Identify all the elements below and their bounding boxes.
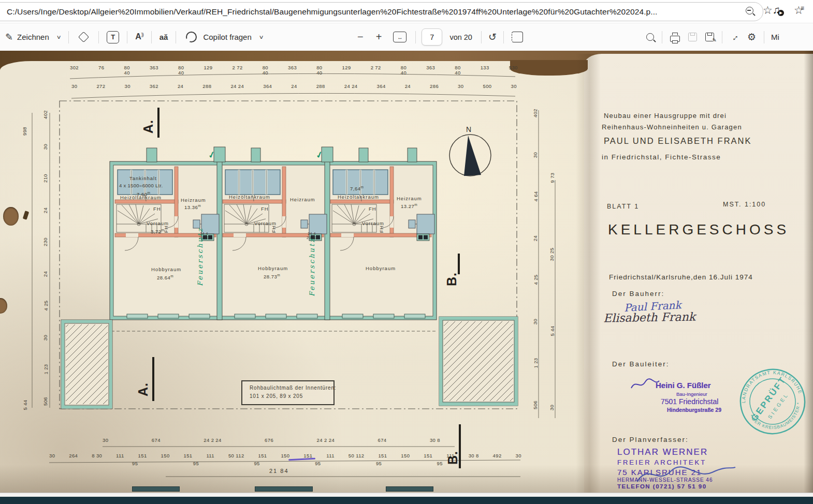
save-as-pencil-icon: ✎: [713, 37, 717, 43]
dim-chain-right-outer: 9 7330 255 4430: [548, 175, 556, 410]
screen: C:/Users/Inge/Desktop/Allgeier%20Immobil…: [0, 0, 813, 504]
copilot-chevron-icon[interactable]: ∨: [258, 34, 264, 40]
owners-line: PAUL UND ELISABETH FRANK: [604, 136, 751, 146]
section-b-bottom: B.: [445, 451, 460, 465]
fh-label-3a: FH: [369, 206, 376, 212]
room-label-tank-2: Heizöltankraum: [229, 195, 270, 200]
dim-chain-bottom-1: 3067424 2 2467624 2 2467430 8: [103, 438, 440, 443]
werner-name: LOTHAR WERNER: [617, 447, 708, 457]
project-line-1: Neubau einer Hausgruppe mit drei: [604, 112, 727, 120]
fh-label-2a: FH: [261, 206, 269, 212]
room-area-hobby-2: 28.73m: [264, 273, 280, 280]
dim-chain-top-1: 3027680 4036380 401292 7280 4036380 4012…: [70, 65, 518, 76]
room-label-heiz-1: Heizraum: [181, 198, 206, 203]
more-menu-label[interactable]: Mi: [768, 33, 779, 41]
planverfasser-label: Der Planverfasser:: [612, 436, 689, 443]
dim-chain-left-outer: 9985 44: [21, 128, 29, 408]
room-area-heiz-1: 13.36m: [184, 204, 201, 211]
room-label-heiz-2: Heizraum: [290, 197, 315, 203]
copilot-button[interactable]: Copilot fragen: [203, 33, 251, 41]
dim-chain-left-inner: 4023021024230244 25301 23506: [41, 112, 50, 404]
url-input[interactable]: C:/Users/Inge/Desktop/Allgeier%20Immobil…: [0, 2, 763, 21]
north-label: N: [466, 125, 472, 134]
zoom-in-icon[interactable]: +: [370, 31, 388, 43]
location-line: in Friedrichstal, Fichte-Strasse: [602, 153, 721, 161]
bauherr-label: Der Bauherr:: [612, 290, 664, 298]
read-aloud-icon[interactable]: A)): [135, 32, 143, 41]
tank-area-3: 7,64m: [350, 185, 364, 192]
tank-content-value: 4 x 1500=6000 Ltr.: [119, 183, 163, 189]
dim-chain-top-2: 30272303622428824 243642428824 243642428…: [71, 84, 517, 89]
scale-label: MST. 1:100: [723, 201, 766, 208]
eraser-icon[interactable]: [78, 32, 89, 42]
sheet-label: BLATT 1: [607, 203, 639, 210]
copilot-icon[interactable]: [186, 32, 197, 42]
fh-label-1a: FH: [153, 206, 161, 212]
favorite-star-icon[interactable]: ☆: [763, 5, 773, 16]
text-box-tool-icon[interactable]: T: [107, 31, 119, 43]
draw-button[interactable]: Zeichnen: [17, 33, 49, 41]
door-note-line1: Rohbaulichtmaß der Innentüren:: [250, 385, 336, 391]
photo-shadow-right: [804, 51, 813, 493]
room-label-hobby-2: Hobbyraum: [258, 266, 288, 272]
search-document-icon[interactable]: [646, 33, 654, 41]
save-as-icon[interactable]: ✎: [705, 33, 714, 41]
photo-shadow-bottom: [0, 465, 813, 493]
room-area-heiz-3: 13.27m: [401, 203, 417, 210]
project-line-2: Reihenhaus-Wohneinheiten u. Garagen: [602, 123, 742, 131]
section-b-mid: B.: [444, 272, 459, 286]
url-text[interactable]: C:/Users/Inge/Desktop/Allgeier%20Immobil…: [0, 7, 658, 17]
room-label-vor-1: Vorraum: [147, 221, 169, 227]
room-label-vor-3: Vorraum: [362, 221, 384, 227]
page-number-input[interactable]: 7: [422, 28, 442, 46]
fussler-city: 7501 Friedrichstal: [661, 397, 718, 406]
media-playing-icon[interactable]: ♫▶: [773, 4, 780, 16]
zoom-out-icon[interactable]: −: [351, 31, 370, 43]
settings-gear-icon[interactable]: ⚙: [743, 31, 760, 43]
play-badge-icon: ▶: [778, 10, 784, 16]
fit-width-arrows: ↔: [397, 34, 403, 40]
section-a-top: A.: [141, 120, 156, 134]
room-label-hobby-1: Hobbyraum: [151, 267, 181, 273]
drawing-title: KELLERGESCHOSS: [608, 221, 789, 238]
fire-note-1: Feuerschutz: [197, 227, 205, 286]
fussler-name: Heini G. Füßler: [656, 381, 711, 390]
read-aloud-letter: A: [135, 33, 141, 41]
page-count-label: von 20: [444, 33, 477, 41]
zoom-out-page-icon[interactable]: [746, 7, 753, 14]
draw-chevron-icon[interactable]: ∨: [56, 34, 61, 40]
section-a-bottom: A.: [136, 382, 151, 396]
room-label-tank-3: Heizöltankraum: [338, 195, 379, 200]
pdf-toolbar: ✎ Zeichnen ∨ T A)) aă Copilot fragen ∨ −…: [0, 23, 813, 51]
translate-icon[interactable]: aă: [159, 33, 168, 41]
signature-elisabeth-frank: Elisabeth Frank: [603, 310, 695, 324]
room-label-tank-1: Heizöltankraum: [120, 195, 162, 201]
pdf-page-photo: 3027680 4036380 401292 7280 4036380 4012…: [0, 51, 813, 493]
date-line: Friedrichstal/Karlsruhe,den 16.Juli 1974: [609, 273, 753, 281]
room-label-vor-2: Vorraum: [254, 221, 277, 227]
taskbar-edge: [0, 497, 813, 504]
fit-width-icon[interactable]: ↔: [393, 32, 406, 42]
page-view-icon[interactable]: [512, 32, 523, 42]
tank-content-label: Tankinhalt: [129, 176, 157, 182]
fussler-role: Bau-Ingenieur: [676, 391, 707, 397]
save-icon-disabled[interactable]: [688, 33, 697, 41]
rotate-icon[interactable]: ↺: [485, 31, 500, 43]
dim-chain-right-inner: 402304 64244 25301 23506: [531, 110, 540, 408]
read-aloud-waves: )): [141, 32, 143, 37]
bauleiter-label: Der Bauleiter:: [612, 360, 670, 368]
room-area-vor-1: 3,72m: [151, 228, 164, 235]
floor-plan-drawing: [16, 61, 580, 492]
room-area-hobby-1: 28.64m: [157, 274, 173, 281]
print-icon[interactable]: [670, 36, 680, 42]
punch-hole-1: [3, 207, 19, 226]
room-label-hobby-3: Hobbyraum: [366, 266, 396, 272]
draw-pen-icon[interactable]: ✎: [5, 32, 13, 43]
collections-icon[interactable]: ☆≡: [794, 5, 804, 16]
door-note-line2: 101 x 205, 89 x 205: [250, 393, 303, 399]
room-label-heiz-3: Heizraum: [397, 196, 422, 202]
browser-address-bar: C:/Users/Inge/Desktop/Allgeier%20Immobil…: [0, 0, 813, 23]
fussler-street: Hindenburgstraße 29: [667, 407, 721, 413]
fullscreen-icon[interactable]: ↔: [725, 27, 744, 47]
fire-note-2: Feuerschutz: [309, 238, 316, 297]
